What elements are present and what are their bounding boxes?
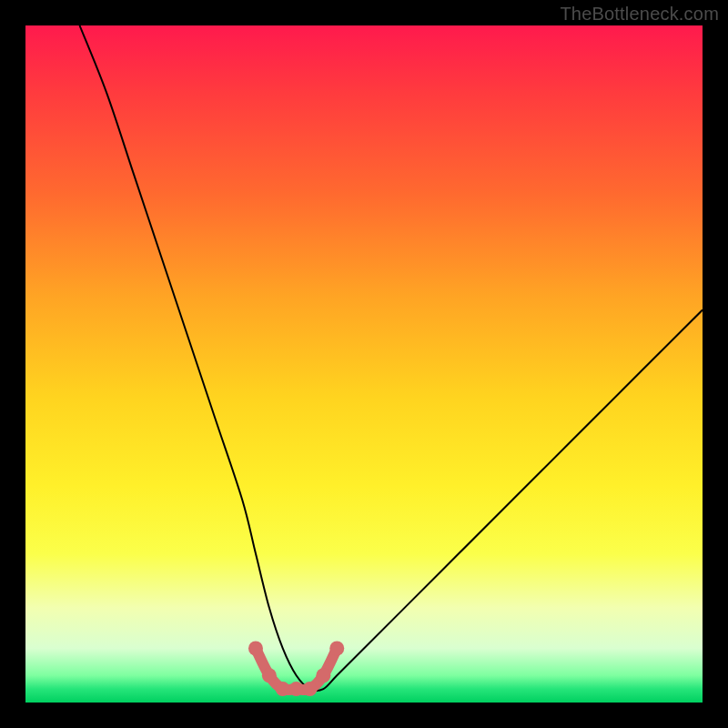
watermark-text: TheBottleneck.com bbox=[560, 4, 719, 25]
curve-group bbox=[80, 25, 703, 696]
optimal-range-dot bbox=[302, 682, 317, 696]
optimal-range-dot bbox=[316, 668, 330, 682]
chart-svg bbox=[25, 25, 703, 703]
plot-area bbox=[25, 25, 703, 703]
optimal-range-dot bbox=[289, 682, 304, 696]
optimal-range-dot bbox=[276, 682, 290, 696]
bottleneck-curve bbox=[80, 25, 703, 691]
optimal-range-dot bbox=[329, 641, 344, 655]
chart-frame: TheBottleneck.com bbox=[0, 0, 728, 728]
optimal-range-dot bbox=[262, 668, 277, 682]
optimal-range-dot bbox=[248, 641, 263, 655]
